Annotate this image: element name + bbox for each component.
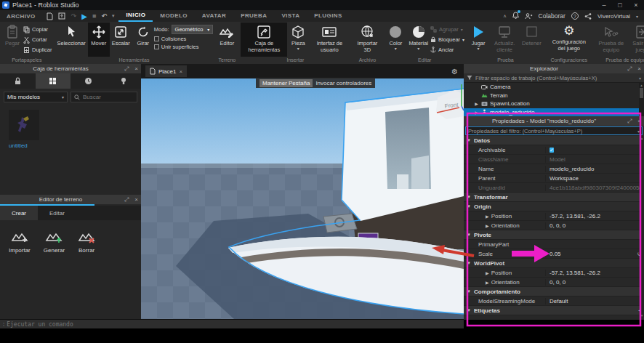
play-icon[interactable]: ▶ bbox=[81, 12, 87, 20]
explorer-close-icon[interactable]: × bbox=[635, 65, 644, 72]
publish-icon[interactable] bbox=[58, 12, 66, 20]
anclar-button[interactable]: Anclar bbox=[430, 45, 464, 55]
scroll-up-icon[interactable]: ▴ bbox=[640, 83, 643, 87]
minimize-button[interactable]: – bbox=[596, 1, 612, 9]
properties-filter[interactable]: Propiedades del filtro: (Control+Mayúscu… bbox=[465, 126, 643, 135]
tree-item-terrain[interactable]: Terrain bbox=[464, 92, 644, 100]
bloquear-button[interactable]: Bloquear ▾ bbox=[430, 35, 464, 44]
undo-icon[interactable]: ↶ bbox=[101, 12, 107, 20]
toolbox-tab-inventory[interactable] bbox=[36, 73, 71, 89]
toolbox-close-icon[interactable]: × bbox=[132, 65, 141, 72]
scale-value-field[interactable]: 0.05 bbox=[545, 251, 644, 257]
wp-orientation-expand-icon[interactable]: ▶ bbox=[486, 281, 489, 285]
model-expand-icon[interactable]: ▶ bbox=[474, 110, 479, 115]
properties-scrollbar[interactable]: ▴ ▾ bbox=[640, 136, 644, 318]
jugar-button[interactable]: Jugar ▾ bbox=[467, 23, 489, 57]
save-icon[interactable] bbox=[47, 12, 53, 20]
qat-customize-icon[interactable]: ▾ bbox=[112, 13, 115, 19]
explorer-scrollbar[interactable]: ▴ bbox=[639, 83, 644, 116]
modo-dropdown[interactable]: Geométrico ▾ bbox=[172, 25, 214, 34]
subsection-origin[interactable]: ▼Origin bbox=[464, 202, 644, 211]
toolbox-tab-recent[interactable] bbox=[71, 73, 106, 89]
toolbox-searchbox[interactable] bbox=[71, 92, 137, 102]
pieza-button[interactable]: Pieza ▾ bbox=[287, 23, 309, 57]
worldpivot-position-value[interactable]: -57.2, 13.581, -26.2 bbox=[545, 270, 644, 276]
explorer-filter[interactable]: Filtrar espacio de trabajo (Control+Mayú… bbox=[464, 73, 644, 83]
toolbox-item-untitled[interactable]: untitled bbox=[9, 110, 41, 149]
orientation-expand-icon[interactable]: ▶ bbox=[486, 224, 489, 228]
modelstreamingmode-value-field[interactable]: Default bbox=[545, 298, 644, 304]
spawn-expand-icon[interactable]: ▶ bbox=[474, 101, 479, 106]
archivable-checkbox[interactable]: ✓ bbox=[550, 148, 554, 153]
terrain-popout-icon[interactable]: ⤢ bbox=[121, 196, 132, 203]
subsection-worldpivot[interactable]: ▼WorldPivot bbox=[464, 259, 644, 268]
seleccionar-button[interactable]: Seleccionar bbox=[55, 23, 88, 57]
props-scroll-down-icon[interactable]: ▾ bbox=[641, 313, 643, 318]
name-value-field[interactable]: modelo_reducido bbox=[545, 166, 644, 172]
tree-item-modelo-reducido[interactable]: ▶ modelo_reducido bbox=[464, 108, 644, 117]
collaborate-button[interactable]: Colaborar bbox=[539, 12, 565, 20]
ribbon-tab-modelo[interactable]: MODELO bbox=[153, 11, 195, 21]
ribbon-tab-inicio[interactable]: INICIO bbox=[118, 10, 153, 22]
color-button[interactable]: Color ▾ bbox=[385, 23, 406, 57]
maximize-button[interactable]: □ bbox=[612, 1, 628, 9]
mover-button[interactable]: Mover bbox=[88, 23, 110, 57]
toolbox-search-input[interactable] bbox=[83, 94, 134, 100]
toolbox-category-dropdown[interactable]: Mis modelos ▾ bbox=[4, 92, 68, 102]
section-comportamiento[interactable]: ▼Comportamiento bbox=[464, 287, 644, 296]
material-button[interactable]: Material ▾ bbox=[406, 23, 430, 57]
tree-item-spawnlocation[interactable]: ▶ SpawnLocation bbox=[464, 100, 644, 108]
command-bar-grip-icon[interactable]: ⁞ bbox=[0, 321, 7, 328]
notifications-bell-icon[interactable] bbox=[512, 12, 519, 20]
scroll-thumb[interactable] bbox=[640, 88, 643, 98]
viewport-3d[interactable]: Front bbox=[141, 78, 464, 319]
terrain-importar-button[interactable]: Importar bbox=[9, 230, 31, 254]
ribbon-tab-avatar[interactable]: AVATAR bbox=[195, 11, 233, 21]
menu-archivo[interactable]: ARCHIVO bbox=[0, 13, 42, 20]
account-caret-icon[interactable]: ▾ bbox=[636, 14, 638, 19]
properties-popout-icon[interactable]: ⤢ bbox=[624, 118, 635, 125]
toolbox-tab-marketplace[interactable] bbox=[0, 73, 36, 89]
close-button[interactable]: × bbox=[628, 1, 644, 9]
terrain-close-icon[interactable]: × bbox=[132, 196, 141, 203]
wp-position-expand-icon[interactable]: ▶ bbox=[486, 271, 489, 275]
parent-value-field[interactable]: Workspace bbox=[545, 175, 644, 182]
origin-orientation-value[interactable]: 0, 0, 0 bbox=[545, 222, 644, 229]
explorer-popout-icon[interactable]: ⤢ bbox=[624, 65, 635, 73]
toolbox-tab-creations[interactable] bbox=[106, 73, 142, 89]
viewport-settings-gear-icon[interactable]: ⚙ bbox=[451, 68, 464, 76]
section-datos[interactable]: ▼Datos bbox=[464, 136, 644, 145]
escalar-button[interactable]: Escalar bbox=[110, 23, 132, 57]
props-scroll-up-icon[interactable]: ▴ bbox=[641, 136, 643, 140]
share-icon[interactable] bbox=[584, 13, 592, 20]
command-bar[interactable]: ⁞ bbox=[0, 319, 464, 328]
importar-3d-button[interactable]: Importar 3D bbox=[353, 23, 382, 57]
position-expand-icon[interactable]: ▶ bbox=[486, 214, 489, 219]
girar-button[interactable]: Girar bbox=[132, 23, 154, 57]
ribbon-tab-plugins[interactable]: PLUGINS bbox=[307, 11, 349, 21]
terrain-generar-button[interactable]: Generar bbox=[44, 230, 65, 254]
copiar-button[interactable]: Copiar bbox=[23, 25, 52, 34]
section-pivote[interactable]: ▼Pivote bbox=[464, 230, 644, 240]
place-tab[interactable]: Place1 × bbox=[145, 65, 187, 77]
toolbox-popout-icon[interactable]: ⤢ bbox=[121, 65, 132, 73]
duplicar-button[interactable]: Duplicar bbox=[23, 45, 52, 55]
caja-herramientas-button[interactable]: Caja de herramientas bbox=[241, 23, 287, 57]
section-transformar[interactable]: ▼Transformar bbox=[464, 193, 644, 202]
section-etiquetas[interactable]: ▼Etiquetas + bbox=[464, 306, 644, 315]
collapse-ribbon-icon[interactable]: ˄ bbox=[504, 14, 507, 19]
editor-terreno-button[interactable]: Editor bbox=[216, 23, 238, 57]
origin-position-value[interactable]: -57.2, 13.581, -26.2 bbox=[545, 213, 644, 219]
worldpivot-orientation-value[interactable]: 0, 0, 0 bbox=[545, 279, 644, 286]
place-tab-close-icon[interactable]: × bbox=[179, 68, 182, 75]
account-name[interactable]: ViveroVirtual bbox=[597, 13, 630, 20]
colisiones-checkbox[interactable]: Colisiones bbox=[154, 36, 214, 42]
unir-superficies-checkbox[interactable]: Unir superficies bbox=[154, 44, 214, 50]
tree-item-camera[interactable]: Camera bbox=[464, 83, 644, 92]
help-icon[interactable]: ? bbox=[571, 12, 579, 20]
terrain-tab-editar[interactable]: Editar bbox=[38, 206, 76, 220]
properties-close-icon[interactable]: × bbox=[635, 118, 644, 124]
interfaz-usuario-button[interactable]: Interfaz de usuario bbox=[309, 23, 350, 57]
terrain-tab-crear[interactable]: Crear bbox=[0, 206, 38, 220]
configuracion-juego-button[interactable]: ⚙ Configuración del juego bbox=[547, 23, 592, 57]
